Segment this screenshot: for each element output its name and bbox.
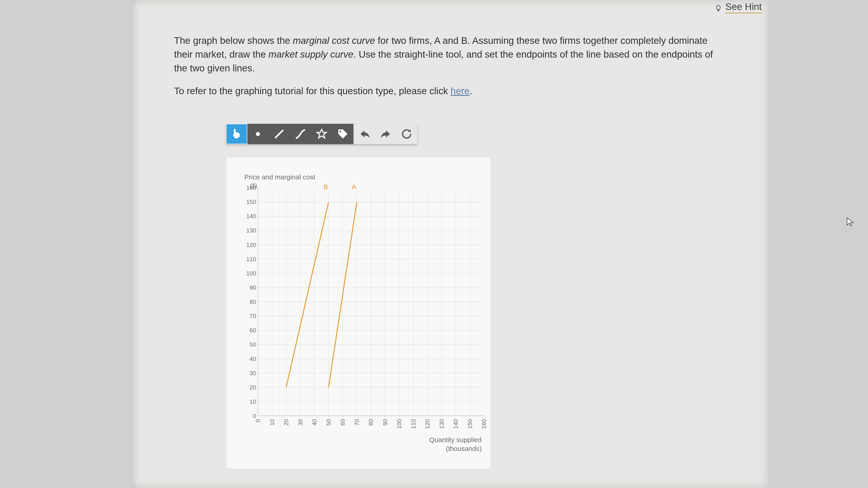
text: Quantity supplied [429, 436, 482, 444]
y-tick-label: 40 [229, 355, 256, 362]
x-tick-label: 150 [466, 419, 473, 429]
cursor-icon [845, 217, 855, 227]
x-tick-label: 160 [480, 419, 488, 429]
y-tick-label: 140 [229, 213, 256, 220]
tool-curve[interactable] [290, 124, 311, 144]
y-tick-label: 0 [229, 413, 256, 420]
x-tick-label: 0 [254, 419, 261, 422]
plot-svg[interactable] [258, 188, 484, 416]
x-tick-label: 70 [353, 419, 360, 426]
chart-container[interactable]: Price and marginal cost ($) Quantity sup… [226, 157, 491, 469]
x-tick-label: 100 [396, 419, 403, 429]
y-tick-label: 50 [229, 341, 256, 348]
tool-point[interactable] [247, 124, 269, 144]
x-tick-label: 30 [297, 419, 304, 426]
hint-row: See Hint [715, 1, 762, 13]
tutorial-link[interactable]: here [451, 86, 469, 96]
x-tick-label: 20 [283, 419, 290, 426]
tool-reset[interactable] [396, 124, 417, 144]
series-label-a: A [352, 183, 356, 191]
x-tick-label: 140 [452, 419, 459, 429]
x-tick-label: 130 [438, 419, 445, 429]
y-tick-label: 120 [229, 241, 256, 248]
tool-undo[interactable] [353, 124, 375, 144]
svg-point-3 [340, 131, 341, 132]
graph-toolbar [226, 124, 417, 144]
text: To refer to the graphing tutorial for th… [174, 86, 451, 96]
question-text: The graph below shows the marginal cost … [174, 34, 728, 98]
y-tick-label: 10 [229, 398, 256, 405]
text-emph: marginal cost curve [293, 35, 375, 46]
hint-icon [715, 4, 722, 11]
x-tick-label: 50 [325, 419, 332, 426]
y-tick-label: 150 [229, 199, 256, 205]
text-emph: market supply curve [269, 49, 353, 60]
x-tick-label: 90 [381, 419, 389, 426]
y-tick-label: 160 [229, 184, 256, 191]
question-paragraph-1: The graph below shows the marginal cost … [174, 34, 728, 75]
text: (thousands) [446, 445, 482, 452]
x-tick-label: 110 [410, 419, 417, 429]
tool-label[interactable] [332, 124, 353, 144]
plot-area[interactable] [258, 188, 484, 416]
y-tick-label: 60 [229, 327, 256, 334]
series-label-b: B [323, 183, 328, 191]
svg-line-1 [275, 130, 283, 138]
y-tick-label: 90 [229, 284, 256, 291]
tool-line[interactable] [269, 124, 290, 144]
x-tick-label: 120 [424, 419, 431, 429]
y-axis-title: Price and marginal cost [244, 173, 315, 181]
y-tick-label: 110 [229, 256, 256, 263]
x-axis-title: Quantity supplied (thousands) [429, 435, 482, 453]
x-tick-label: 10 [269, 419, 276, 426]
tool-pointer[interactable] [226, 124, 247, 144]
tool-redo[interactable] [375, 124, 396, 144]
svg-marker-2 [317, 129, 327, 138]
question-paragraph-2: To refer to the graphing tutorial for th… [174, 84, 728, 98]
text: The graph below shows the [174, 35, 293, 46]
y-tick-label: 20 [229, 384, 256, 391]
x-tick-label: 40 [311, 419, 318, 426]
page-container: See Hint The graph below shows the margi… [133, 0, 769, 488]
y-tick-label: 130 [229, 227, 256, 234]
see-hint-link[interactable]: See Hint [725, 1, 762, 13]
svg-point-0 [256, 132, 260, 136]
x-tick-label: 80 [368, 419, 375, 426]
y-tick-label: 80 [229, 298, 256, 305]
y-tick-label: 70 [229, 313, 256, 320]
y-tick-label: 100 [229, 270, 256, 277]
tool-region[interactable] [311, 124, 332, 144]
x-tick-label: 60 [339, 419, 346, 426]
text: . [469, 86, 472, 96]
y-tick-label: 30 [229, 369, 256, 377]
